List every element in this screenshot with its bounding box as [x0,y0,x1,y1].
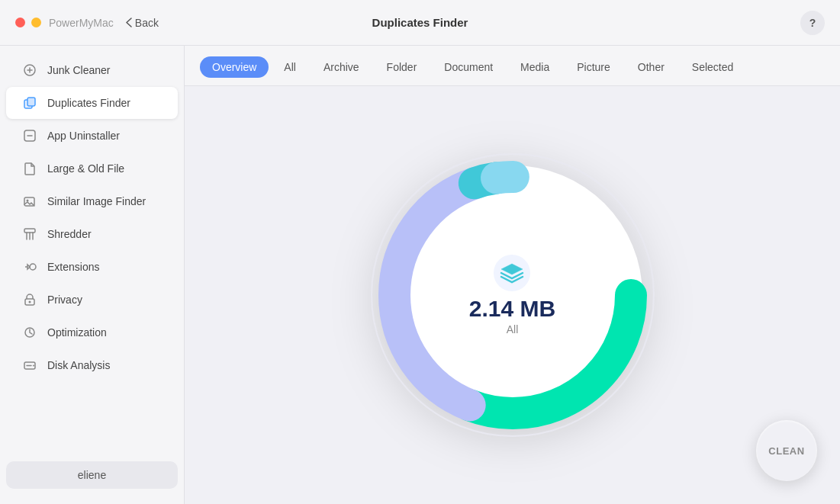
sidebar: Junk CleanerDuplicates FinderApp Uninsta… [0,46,185,504]
sidebar-item-shredder[interactable]: Shredder [6,218,178,250]
main-layout: Junk CleanerDuplicates FinderApp Uninsta… [0,46,840,504]
help-button[interactable]: ? [800,11,825,35]
sidebar-item-label-disk-analysis: Disk Analysis [47,359,110,371]
tab-other[interactable]: Other [626,56,677,78]
sidebar-item-extensions[interactable]: Extensions [6,251,178,283]
sidebar-item-duplicates-finder[interactable]: Duplicates Finder [6,87,178,119]
tab-bar: OverviewAllArchiveFolderDocumentMediaPic… [185,46,840,86]
sidebar-item-privacy[interactable]: Privacy [6,284,178,316]
back-button[interactable]: Back [126,17,159,29]
window-title: Duplicates Finder [372,16,468,29]
sidebar-item-label-privacy: Privacy [47,294,82,306]
sidebar-item-label-optimization: Optimization [47,326,107,339]
extensions-icon [21,258,38,275]
layers-icon [500,262,524,284]
sidebar-item-label-junk-cleaner: Junk Cleaner [47,64,111,76]
tab-media[interactable]: Media [508,56,562,78]
sidebar-item-label-duplicates-finder: Duplicates Finder [47,97,130,109]
chart-size: 2.14 MB [469,297,555,320]
disk-analysis-icon [21,357,38,374]
main-content: 2.14 MB All CLEAN [185,86,840,504]
chart-center: 2.14 MB All [469,255,555,335]
svg-point-12 [33,365,34,367]
sidebar-item-similar-image-finder[interactable]: Similar Image Finder [6,185,178,217]
traffic-lights [15,18,41,27]
sidebar-item-optimization[interactable]: Optimization [6,316,178,348]
app-uninstaller-icon [21,127,38,144]
sidebar-item-disk-analysis[interactable]: Disk Analysis [6,349,178,381]
chart-icon [494,255,530,291]
privacy-icon [21,291,38,308]
close-button[interactable] [15,18,25,27]
svg-point-9 [29,301,31,303]
title-bar: PowerMyMac Back Duplicates Finder ? [0,0,840,46]
clean-button[interactable]: CLEAN [756,420,817,481]
tab-overview[interactable]: Overview [200,56,269,78]
sidebar-item-label-app-uninstaller: App Uninstaller [47,130,120,142]
sidebar-item-large-old-file[interactable]: Large & Old File [6,152,178,185]
sidebar-item-label-extensions: Extensions [47,261,99,273]
app-name: PowerMyMac [49,17,114,29]
svg-point-5 [27,200,29,202]
user-badge: eliene [6,461,178,489]
tab-document[interactable]: Document [432,56,505,78]
sidebar-item-app-uninstaller[interactable]: App Uninstaller [6,120,178,152]
sidebar-item-junk-cleaner[interactable]: Junk Cleaner [6,54,178,86]
tab-folder[interactable]: Folder [375,56,430,78]
minimize-button[interactable] [31,18,41,27]
tab-archive[interactable]: Archive [311,56,372,78]
sidebar-bottom: eliene [0,454,184,496]
duplicates-finder-icon [21,95,38,111]
shredder-icon [21,226,38,242]
sidebar-item-label-similar-image-finder: Similar Image Finder [47,195,146,207]
tab-selected[interactable]: Selected [680,56,745,78]
similar-image-finder-icon [21,193,38,210]
tab-picture[interactable]: Picture [565,56,623,78]
tab-all[interactable]: All [272,56,308,78]
large-old-file-icon [21,160,38,177]
svg-rect-2 [27,98,35,106]
sidebar-item-label-shredder: Shredder [47,228,92,240]
junk-cleaner-icon [21,62,38,79]
svg-point-7 [30,264,36,270]
sidebar-item-label-large-old-file: Large & Old File [47,162,124,175]
chart-container: 2.14 MB All [352,135,673,455]
chart-label: All [507,323,519,335]
chevron-left-icon [126,18,132,27]
optimization-icon [21,324,38,341]
content-area: OverviewAllArchiveFolderDocumentMediaPic… [185,46,840,504]
